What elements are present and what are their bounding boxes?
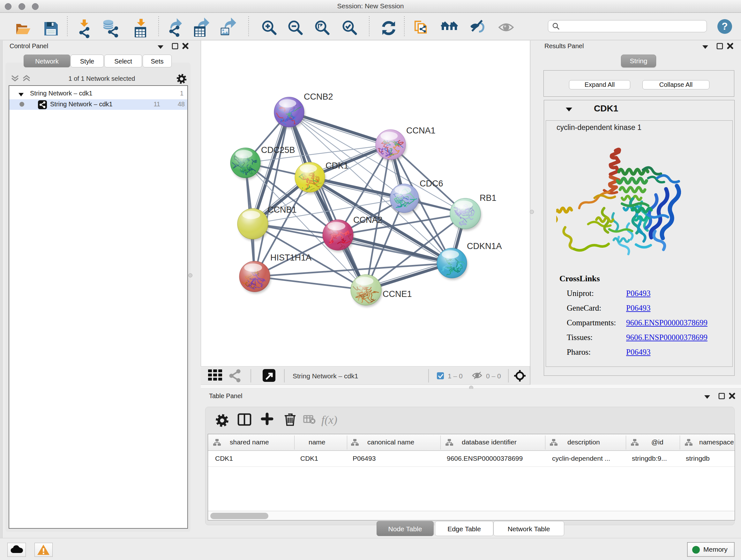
svg-text:0 – 0: 0 – 0: [486, 372, 501, 380]
svg-text:CDC25B: CDC25B: [261, 145, 295, 155]
svg-text:CDK1: CDK1: [326, 161, 348, 171]
svg-text:CCNB1: CCNB1: [267, 205, 297, 214]
svg-text:HIST1H1A: HIST1H1A: [270, 253, 312, 262]
svg-text:String Network – cdk1: String Network – cdk1: [293, 372, 358, 380]
svg-text:f(x): f(x): [321, 414, 337, 426]
svg-text:CCNA2: CCNA2: [353, 215, 383, 225]
svg-text:RB1: RB1: [480, 193, 496, 203]
svg-text:CCNB2: CCNB2: [304, 92, 333, 102]
svg-text:CCNE1: CCNE1: [383, 289, 412, 299]
svg-text:1 – 0: 1 – 0: [448, 372, 463, 380]
svg-text:CCNA1: CCNA1: [406, 126, 435, 135]
svg-text:CDKN1A: CDKN1A: [467, 241, 502, 251]
svg-text:CDC6: CDC6: [420, 179, 443, 188]
